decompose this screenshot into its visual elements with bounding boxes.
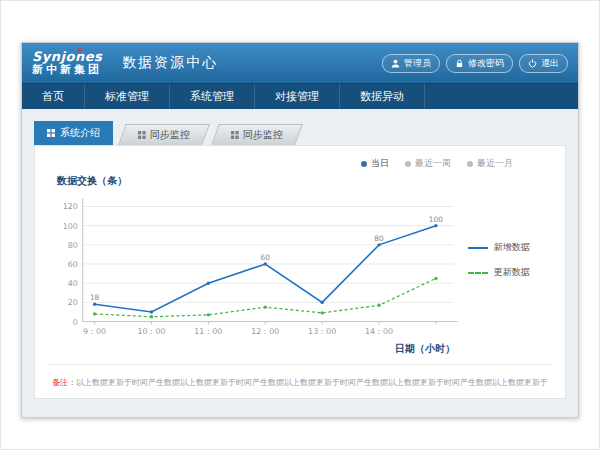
grid-icon <box>138 131 146 139</box>
series-legend: 新增数据 更新数据 <box>468 241 553 279</box>
line-sample-dashed-icon <box>468 272 488 274</box>
tab-bar: 系统介绍 同步监控 同步监控 <box>34 121 566 145</box>
svg-text:18: 18 <box>90 293 100 302</box>
svg-text:60: 60 <box>261 253 271 262</box>
svg-text:100: 100 <box>429 215 443 224</box>
logo: Synjones 新中新集团 <box>32 50 102 76</box>
change-password-button[interactable]: 修改密码 <box>446 54 513 73</box>
range-last-month[interactable]: 最近一月 <box>467 157 513 170</box>
footnote-prefix: 备注： <box>52 378 76 387</box>
dot-icon <box>405 161 411 167</box>
content-area: 系统介绍 同步监控 同步监控 <box>22 109 578 411</box>
range-today[interactable]: 当日 <box>361 157 389 170</box>
legend-new-data-label: 新增数据 <box>494 241 530 254</box>
chart-panel: 当日 最近一周 最近一月 数据交换（条） 0204060801001209：00… <box>34 145 566 399</box>
logout-label: 退出 <box>541 57 559 70</box>
legend-updated-data-label: 更新数据 <box>494 266 530 279</box>
svg-text:100: 100 <box>63 222 78 231</box>
range-last-week-label: 最近一周 <box>415 157 451 170</box>
nav-item-integration-mgmt[interactable]: 对接管理 <box>255 84 340 109</box>
logo-red-dot-icon <box>78 48 82 52</box>
dot-icon <box>467 161 473 167</box>
tab-sync-monitor-2-label: 同步监控 <box>243 128 283 142</box>
nav-item-standard-mgmt[interactable]: 标准管理 <box>85 84 170 109</box>
svg-text:11：00: 11：00 <box>194 327 222 336</box>
nav-item-data-change[interactable]: 数据异动 <box>340 84 425 109</box>
svg-text:80: 80 <box>374 234 384 243</box>
y-axis-title: 数据交换（条） <box>57 174 553 188</box>
tab-system-intro-label: 系统介绍 <box>60 126 100 140</box>
admin-button[interactable]: 管理员 <box>382 54 440 73</box>
footnote-text: 以上数据更新于时间产生数据以上数据更新于时间产生数据以上数据更新于时间产生数据以… <box>76 378 548 387</box>
svg-text:80: 80 <box>68 241 78 250</box>
grid-icon <box>47 129 55 137</box>
grid-icon <box>231 131 239 139</box>
svg-text:20: 20 <box>68 298 78 307</box>
admin-button-label: 管理员 <box>404 57 431 70</box>
svg-text:40: 40 <box>68 279 78 288</box>
tab-sync-monitor-1[interactable]: 同步监控 <box>118 124 210 145</box>
power-icon <box>528 59 537 68</box>
header-actions: 管理员 修改密码 退出 <box>382 54 568 73</box>
dot-icon <box>361 161 367 167</box>
tab-sync-monitor-1-label: 同步监控 <box>150 128 190 142</box>
logo-wordmark: Synjones <box>32 49 102 64</box>
line-sample-solid-icon <box>468 247 488 249</box>
svg-text:10：00: 10：00 <box>137 327 165 336</box>
lock-icon <box>455 59 464 68</box>
logo-subtitle: 新中新集团 <box>32 64 102 76</box>
tab-sync-monitor-2[interactable]: 同步监控 <box>211 124 303 145</box>
footnote: 备注：以上数据更新于时间产生数据以上数据更新于时间产生数据以上数据更新于时间产生… <box>47 364 553 388</box>
nav-item-system-mgmt[interactable]: 系统管理 <box>170 84 255 109</box>
legend-updated-data[interactable]: 更新数据 <box>468 266 553 279</box>
svg-text:120: 120 <box>63 202 78 211</box>
range-last-week[interactable]: 最近一周 <box>405 157 451 170</box>
user-icon <box>391 59 400 68</box>
range-today-label: 当日 <box>371 157 389 170</box>
page-title: 数据资源中心 <box>122 54 218 72</box>
main-nav: 首页 标准管理 系统管理 对接管理 数据异动 <box>22 83 578 109</box>
nav-item-home[interactable]: 首页 <box>22 84 85 109</box>
chart-row: 0204060801001209：0010：0011：0012：0013：001… <box>47 188 553 346</box>
logout-button[interactable]: 退出 <box>519 54 568 73</box>
change-password-label: 修改密码 <box>468 57 504 70</box>
logo-text: Synjones <box>32 50 102 64</box>
svg-text:0: 0 <box>73 318 78 327</box>
svg-text:60: 60 <box>68 260 78 269</box>
tab-system-intro[interactable]: 系统介绍 <box>34 121 113 145</box>
svg-text:14：00: 14：00 <box>365 327 393 336</box>
app-header: Synjones 新中新集团 数据资源中心 管理员 修改密码 退出 <box>22 43 578 83</box>
range-legend: 当日 最近一周 最近一月 <box>47 154 553 170</box>
range-last-month-label: 最近一月 <box>477 157 513 170</box>
legend-new-data[interactable]: 新增数据 <box>468 241 553 254</box>
svg-text:9：00: 9：00 <box>83 327 106 336</box>
screenshot-canvas: Synjones 新中新集团 数据资源中心 管理员 修改密码 退出 <box>0 0 600 450</box>
line-chart: 0204060801001209：0010：0011：0012：0013：001… <box>47 188 468 346</box>
app-window: Synjones 新中新集团 数据资源中心 管理员 修改密码 退出 <box>21 42 579 418</box>
svg-text:13：00: 13：00 <box>308 327 336 336</box>
svg-text:12：00: 12：00 <box>251 327 279 336</box>
